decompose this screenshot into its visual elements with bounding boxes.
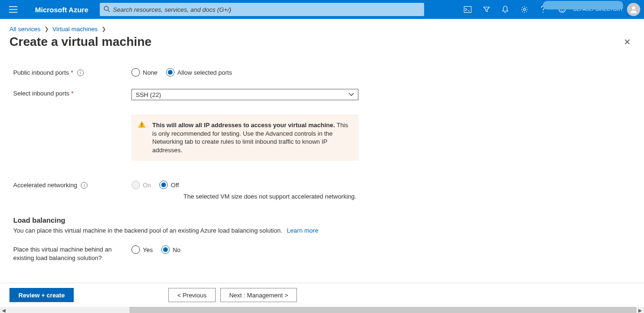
scroll-track[interactable] [8, 307, 636, 313]
row-select-inbound-ports: Select inbound ports * SSH (22) This wil… [13, 86, 631, 164]
svg-point-0 [104, 6, 108, 10]
warning-icon [138, 121, 146, 130]
row-public-inbound-ports: Public inbound ports * i None Allow sele… [13, 65, 631, 79]
label-place-behind-lb: Place this virtual machine behind an exi… [13, 245, 131, 262]
label-public-inbound-ports: Public inbound ports [13, 69, 69, 76]
search-placeholder: Search resources, services, and docs (G+… [113, 6, 231, 13]
radio-circle [131, 68, 140, 77]
required-marker: * [71, 90, 74, 97]
page: All services ❯ Virtual machines ❯ Create… [0, 19, 644, 283]
radio-circle [159, 181, 168, 189]
radio-accel-on: On [131, 181, 151, 189]
chevron-right-icon: ❯ [102, 26, 106, 32]
radio-label-no: No [173, 246, 181, 253]
footer: Review + create < Previous Next : Manage… [0, 283, 644, 307]
settings-icon[interactable] [515, 0, 534, 19]
radio-inbound-allow[interactable]: Allow selected ports [166, 68, 232, 77]
chevron-down-icon [348, 93, 354, 96]
svg-rect-2 [464, 7, 471, 13]
svg-point-3 [523, 9, 525, 11]
svg-point-4 [542, 12, 543, 13]
brand[interactable]: Microsoft Azure [35, 6, 88, 14]
radio-label-off: Off [171, 182, 179, 189]
review-create-button[interactable]: Review + create [9, 288, 74, 302]
next-button[interactable]: Next : Management > [220, 288, 297, 302]
radio-label-on: On [143, 182, 151, 189]
previous-button[interactable]: < Previous [168, 288, 216, 302]
scroll-right-icon[interactable]: ▶ [636, 308, 644, 313]
chevron-right-icon: ❯ [44, 26, 49, 32]
row-accelerated-networking: Accelerated networking i On Off The sele… [13, 178, 631, 203]
lb-desc-text: You can place this virtual machine in th… [13, 227, 282, 234]
redacted-overlay [543, 1, 623, 9]
horizontal-scrollbar[interactable]: ◀ ▶ [0, 307, 644, 313]
svg-line-1 [108, 10, 110, 12]
section-title-load-balancing: Load balancing [13, 216, 631, 224]
warning-bold: This will allow all IP addresses to acce… [152, 122, 335, 129]
dropdown-inbound-ports[interactable]: SSH (22) [131, 89, 358, 100]
required-marker: * [71, 69, 73, 76]
accel-help-text: The selected VM size does not support ac… [183, 193, 358, 200]
row-place-behind-lb: Place this virtual machine behind an exi… [13, 243, 631, 265]
radio-label-allow: Allow selected ports [177, 69, 232, 76]
top-bar: Microsoft Azure Search resources, servic… [0, 0, 644, 19]
search-icon [104, 6, 110, 14]
search-box[interactable]: Search resources, services, and docs (G+… [100, 3, 424, 16]
breadcrumb-virtual-machines[interactable]: Virtual machines [52, 26, 98, 33]
close-icon[interactable]: ✕ [620, 35, 635, 49]
warning-box: This will allow all IP addresses to acce… [131, 114, 358, 161]
learn-more-link[interactable]: Learn more [287, 227, 318, 234]
radio-inbound-none[interactable]: None [131, 68, 157, 77]
filter-icon[interactable] [477, 0, 496, 19]
dropdown-value: SSH (22) [136, 91, 161, 98]
account-area[interactable]: DEFAULT DIRECTORY [574, 3, 640, 16]
page-title: Create a virtual machine [9, 35, 152, 49]
radio-circle [131, 245, 140, 254]
form-content: Public inbound ports * i None Allow sele… [9, 49, 635, 273]
radio-label-none: None [143, 69, 157, 76]
top-icons: DEFAULT DIRECTORY [458, 0, 640, 19]
scroll-thumb[interactable] [130, 307, 636, 313]
notifications-icon[interactable] [496, 0, 515, 19]
svg-point-8 [632, 7, 635, 9]
breadcrumb-all-services[interactable]: All services [9, 26, 41, 33]
radio-lb-yes[interactable]: Yes [131, 245, 153, 254]
info-icon[interactable]: i [81, 182, 87, 189]
radio-label-yes: Yes [143, 246, 153, 253]
radio-circle [166, 68, 174, 77]
radio-accel-off[interactable]: Off [159, 181, 179, 189]
cloud-shell-icon[interactable] [458, 0, 477, 19]
svg-rect-9 [141, 123, 142, 125]
info-icon[interactable]: i [77, 70, 84, 76]
svg-rect-10 [141, 126, 142, 127]
label-accelerated-networking: Accelerated networking [13, 182, 77, 189]
hamburger-icon[interactable] [4, 0, 23, 19]
section-desc-load-balancing: You can place this virtual machine in th… [13, 227, 631, 234]
avatar[interactable] [627, 3, 640, 16]
label-select-inbound-ports: Select inbound ports [13, 90, 70, 97]
radio-circle [131, 181, 140, 189]
radio-circle [161, 245, 170, 254]
breadcrumb: All services ❯ Virtual machines ❯ [9, 26, 635, 33]
scroll-left-icon[interactable]: ◀ [0, 308, 8, 313]
radio-lb-no[interactable]: No [161, 245, 181, 254]
